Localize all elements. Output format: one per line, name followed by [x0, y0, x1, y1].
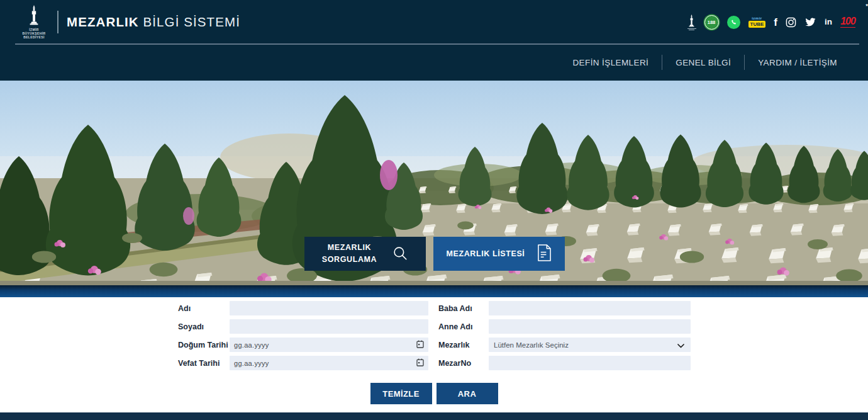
mezarlik-select[interactable]: Lütfen Mezarlık Seçiniz	[489, 338, 691, 352]
mezarno-input[interactable]	[489, 356, 691, 370]
header-separator	[15, 43, 859, 45]
clock-tower-icon	[27, 5, 41, 26]
tab-mezarlik-sorgulama-label: MEZARLIK SORGULAMA	[322, 242, 377, 266]
dogum-tarihi-placeholder: gg.aa.yyyy	[234, 341, 269, 349]
logo-caption: İZMİR BÜYÜKŞEHİR BELEDİYESİ	[22, 28, 45, 40]
dogum-tarihi-label: Doğum Tarihi	[178, 341, 230, 349]
main-nav: DEFİN İŞLEMLERİ GENEL BİLGİ YARDIM / İLE…	[0, 44, 868, 81]
soyadi-input[interactable]	[230, 319, 428, 334]
adi-input[interactable]	[230, 301, 428, 315]
vefat-tarihi-label: Vefat Tarihi	[178, 359, 230, 368]
chevron-down-icon	[677, 339, 684, 351]
brand-divider	[57, 11, 58, 33]
twitter-icon[interactable]	[804, 17, 816, 27]
instagram-icon[interactable]	[786, 17, 796, 28]
clear-button[interactable]: TEMİZLE	[370, 383, 432, 404]
calendar-icon[interactable]	[416, 358, 424, 369]
search-button[interactable]: ARA	[437, 383, 498, 404]
anne-adi-label: Anne Adı	[428, 322, 489, 331]
vefat-tarihi-placeholder: gg.aa.yyyy	[234, 360, 269, 367]
whatsapp-icon[interactable]	[727, 16, 740, 29]
tab-mezarlik-sorgulama[interactable]: MEZARLIK SORGULAMA	[304, 237, 426, 271]
baba-adi-input[interactable]	[489, 301, 691, 315]
vefat-tarihi-input[interactable]: gg.aa.yyyy	[230, 356, 428, 370]
izmir-tower-mini-icon[interactable]	[687, 14, 696, 30]
tab-mezarlik-listesi-label: MEZARLIK LİSTESİ	[447, 249, 525, 258]
brand-logo[interactable]: İZMİR BÜYÜKŞEHİR BELEDİYESİ MEZARLIK BİL…	[18, 5, 240, 40]
dogum-tarihi-input[interactable]: gg.aa.yyyy	[230, 338, 428, 352]
anne-adi-input[interactable]	[489, 319, 691, 334]
linkedin-icon[interactable]: in	[825, 18, 832, 26]
header-top: İZMİR BÜYÜKŞEHİR BELEDİYESİ MEZARLIK BİL…	[0, 0, 868, 44]
app-header: İZMİR BÜYÜKŞEHİR BELEDİYESİ MEZARLIK BİL…	[0, 0, 868, 81]
form-actions: TEMİZLE ARA	[0, 383, 868, 404]
hero-cemetery-image: MEZARLIK SORGULAMA MEZARLIK LİSTESİ	[0, 81, 868, 285]
mezarlik-label: Mezarlık	[428, 341, 489, 349]
soyadi-label: Soyadı	[178, 322, 230, 331]
document-icon	[537, 244, 552, 263]
adi-label: Adı	[178, 304, 230, 313]
social-links: 188 izmir TUBE f	[687, 14, 855, 30]
mezarlik-select-value: Lütfen Mezarlık Seçiniz	[494, 341, 569, 349]
search-form: Adı Baba Adı Soyadı Anne Adı Doğum Tarih…	[178, 301, 701, 370]
alo-188-badge-icon[interactable]: 188	[704, 15, 719, 30]
calendar-icon[interactable]	[416, 339, 424, 351]
app-title: MEZARLIK BİLGİ SİSTEMİ	[67, 14, 240, 30]
nav-genel-bilgi[interactable]: GENEL BİLGİ	[662, 58, 744, 67]
baba-adi-label: Baba Adı	[428, 304, 489, 313]
footer-bar	[0, 412, 868, 420]
search-form-area: Adı Baba Adı Soyadı Anne Adı Doğum Tarih…	[0, 297, 868, 412]
page: İZMİR BÜYÜKŞEHİR BELEDİYESİ MEZARLIK BİL…	[0, 0, 868, 420]
izmirtube-icon[interactable]: izmir TUBE	[748, 16, 766, 28]
search-icon	[392, 245, 408, 263]
centenary-100-logo-icon[interactable]: 100 ★	[840, 16, 855, 28]
mezarno-label: MezarNo	[428, 359, 489, 368]
blue-divider-strip	[0, 285, 868, 297]
facebook-icon[interactable]: f	[774, 17, 777, 28]
izmir-municipality-logo: İZMİR BÜYÜKŞEHİR BELEDİYESİ	[18, 5, 50, 40]
nav-defin-islemleri[interactable]: DEFİN İŞLEMLERİ	[559, 58, 662, 67]
hero-tabs: MEZARLIK SORGULAMA MEZARLIK LİSTESİ	[304, 237, 565, 271]
nav-yardim-iletisim[interactable]: YARDIM / İLETİŞİM	[745, 58, 850, 67]
tab-mezarlik-listesi[interactable]: MEZARLIK LİSTESİ	[433, 237, 565, 271]
